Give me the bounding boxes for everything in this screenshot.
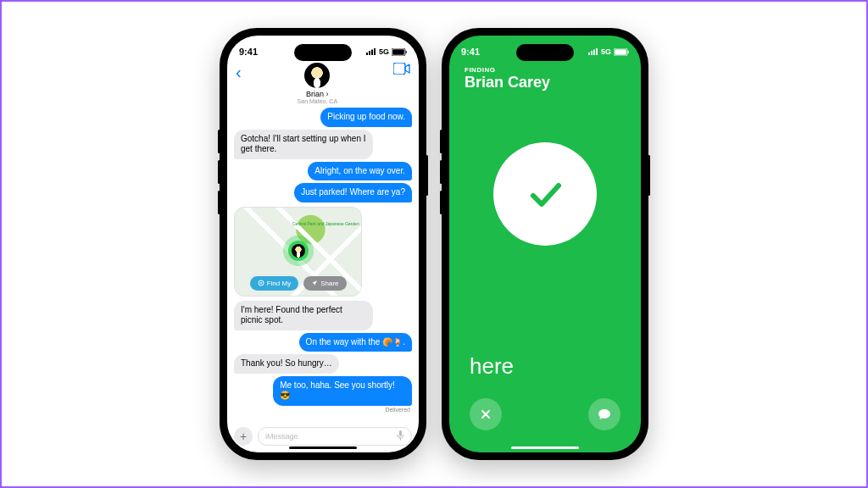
message-received[interactable]: Thank you! So hungry… bbox=[234, 354, 339, 374]
svg-rect-1 bbox=[369, 51, 370, 55]
input-bar: + iMessage bbox=[234, 427, 412, 446]
status-time: 9:41 bbox=[461, 47, 480, 57]
home-indicator[interactable] bbox=[511, 446, 579, 449]
svg-rect-6 bbox=[406, 51, 407, 53]
facetime-icon[interactable] bbox=[393, 63, 410, 78]
findmy-icon bbox=[258, 280, 264, 286]
contact-block[interactable]: Brian › San Mateo, CA bbox=[298, 63, 337, 104]
close-icon bbox=[480, 408, 492, 420]
bottom-actions bbox=[449, 398, 641, 430]
contact-sublabel: San Mateo, CA bbox=[298, 98, 337, 104]
screen-findmy: 9:41 5G FINDING Brian Carey here bbox=[449, 36, 641, 452]
plus-button[interactable]: + bbox=[234, 427, 253, 446]
share-button[interactable]: Share bbox=[303, 276, 346, 291]
phone-imessage: 9:41 5G ‹ Brian › San Mateo, CA Picking … bbox=[220, 28, 426, 460]
location-card[interactable]: Central Park and Japanese Garden Find My… bbox=[234, 207, 362, 297]
message-thread[interactable]: Picking up food now. Gotcha! I'll start … bbox=[227, 108, 419, 413]
contact-avatar bbox=[304, 63, 330, 88]
home-indicator[interactable] bbox=[289, 446, 357, 449]
message-received[interactable]: I'm here! Found the perfect picnic spot. bbox=[234, 301, 373, 330]
svg-rect-13 bbox=[591, 51, 593, 55]
network-label: 5G bbox=[601, 47, 611, 56]
message-sent[interactable]: Alright, on the way over. bbox=[308, 162, 412, 181]
close-button[interactable] bbox=[470, 398, 502, 430]
contact-name: Brian › bbox=[298, 90, 337, 98]
svg-rect-2 bbox=[371, 50, 373, 56]
svg-rect-5 bbox=[392, 49, 404, 55]
chat-bubble-icon bbox=[598, 408, 611, 421]
status-text: here bbox=[470, 353, 514, 380]
svg-rect-3 bbox=[374, 48, 376, 55]
dynamic-island bbox=[516, 44, 574, 61]
svg-rect-18 bbox=[628, 51, 629, 53]
finding-label: FINDING bbox=[449, 61, 641, 74]
svg-rect-17 bbox=[615, 49, 626, 55]
svg-rect-14 bbox=[593, 50, 595, 56]
mic-icon[interactable] bbox=[397, 430, 404, 442]
found-indicator bbox=[493, 142, 597, 246]
message-input[interactable]: iMessage bbox=[258, 427, 412, 446]
delivered-label: Delivered bbox=[385, 407, 410, 413]
dynamic-island bbox=[294, 44, 352, 61]
screen-imessage: 9:41 5G ‹ Brian › San Mateo, CA Picking … bbox=[227, 36, 419, 452]
message-sent[interactable]: Me too, haha. See you shortly! 😎 bbox=[273, 376, 412, 406]
svg-rect-0 bbox=[366, 53, 368, 55]
message-received[interactable]: Gotcha! I'll start setting up when I get… bbox=[234, 130, 373, 159]
signal-icon bbox=[366, 48, 376, 55]
message-sent[interactable]: Picking up food now. bbox=[320, 108, 412, 127]
finding-person-name: Brian Carey bbox=[449, 74, 641, 92]
svg-point-9 bbox=[260, 282, 262, 284]
message-button[interactable] bbox=[588, 398, 620, 430]
location-arrow-icon bbox=[311, 280, 318, 286]
svg-rect-10 bbox=[399, 430, 402, 436]
signal-icon bbox=[588, 48, 598, 55]
svg-rect-12 bbox=[588, 53, 590, 55]
battery-icon bbox=[614, 48, 629, 56]
svg-rect-15 bbox=[596, 48, 598, 55]
map-place-label: Central Park and Japanese Garden bbox=[292, 221, 359, 226]
status-right: 5G bbox=[588, 47, 629, 56]
findmy-button[interactable]: Find My bbox=[250, 276, 298, 291]
message-header: ‹ Brian › San Mateo, CA bbox=[227, 61, 419, 108]
status-right: 5G bbox=[366, 47, 407, 56]
message-sent[interactable]: Just parked! Where are ya? bbox=[294, 183, 412, 202]
input-placeholder: iMessage bbox=[265, 432, 298, 441]
map-pin bbox=[288, 241, 309, 261]
checkmark-icon bbox=[521, 170, 569, 218]
svg-rect-7 bbox=[393, 63, 405, 75]
message-sent[interactable]: On the way with the 🥐🍹. bbox=[299, 333, 412, 352]
phone-findmy: 9:41 5G FINDING Brian Carey here bbox=[442, 28, 648, 460]
back-button[interactable]: ‹ bbox=[236, 63, 242, 82]
battery-icon bbox=[392, 48, 407, 56]
network-label: 5G bbox=[379, 47, 389, 56]
status-time: 9:41 bbox=[239, 47, 258, 57]
